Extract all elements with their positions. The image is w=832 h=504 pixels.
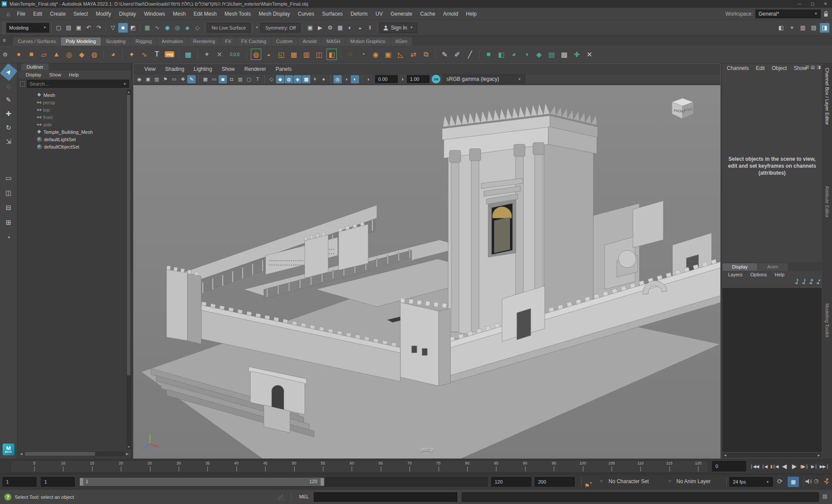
fps-dropdown[interactable]: 24 fps▼ xyxy=(729,477,773,487)
step-back-frame-button[interactable]: ❘◀ xyxy=(759,461,769,472)
shelf-tab-curves-surfaces[interactable]: Curves / Surfaces xyxy=(13,37,60,46)
standard-surface-material-icon[interactable]: ■ xyxy=(483,48,494,60)
poly-pyramid-icon[interactable]: ◆ xyxy=(76,48,87,60)
select-tool[interactable]: ➤ xyxy=(0,63,17,81)
current-frame-field[interactable]: 0 xyxy=(712,461,746,471)
text-tool-icon[interactable]: T xyxy=(151,48,163,60)
textured-icon[interactable]: ◍ xyxy=(285,75,293,83)
shelf-tab-poly-modeling[interactable]: Poly Modeling xyxy=(61,37,100,46)
play-forwards-button[interactable]: ▶ xyxy=(789,461,799,472)
rotate-tool[interactable]: ↻ xyxy=(2,122,15,134)
script-editor-icon[interactable]: ▤ xyxy=(822,493,827,499)
merge-vertices-icon[interactable]: ▦ xyxy=(288,48,300,60)
layer-tab-display[interactable]: Display xyxy=(722,263,757,271)
outliner-item-defaultlightset[interactable]: defaultLightSet xyxy=(18,136,126,143)
shelf-tab-sculpting[interactable]: Sculpting xyxy=(101,37,130,46)
make-live-icon[interactable]: ◈ xyxy=(183,23,192,33)
go-to-start-button[interactable]: ❘◀◀ xyxy=(749,461,759,472)
outliner-item-front[interactable]: ■◀front xyxy=(18,113,126,121)
boolean-icon[interactable]: ◱ xyxy=(276,48,287,60)
extrude-icon[interactable]: ⧉ xyxy=(420,48,432,60)
layout-four-panes-button[interactable]: ⊞ xyxy=(2,216,15,229)
viewport-canvas[interactable]: FRONT RIGHT persp xyxy=(133,85,720,458)
channel-menu-channels[interactable]: Channels xyxy=(723,65,752,71)
outliner-item-persp[interactable]: ■◀persp xyxy=(18,99,126,106)
chevron-down-icon[interactable]: ▼ xyxy=(123,82,126,86)
animation-end-field[interactable]: 200 xyxy=(535,477,575,487)
menu-mesh[interactable]: Mesh xyxy=(169,8,190,20)
save-scene-button[interactable]: ▣ xyxy=(74,23,83,33)
mirror-icon[interactable]: ◫ xyxy=(313,48,325,60)
outliner-menu-display[interactable]: Display xyxy=(22,72,45,77)
go-to-end-button[interactable]: ▶▶❘ xyxy=(819,461,829,472)
menu-help[interactable]: Help xyxy=(462,8,481,20)
symmetry-field[interactable]: Symmetry: Off xyxy=(260,23,300,33)
bookmark-view-icon[interactable]: ⚑ xyxy=(161,75,170,83)
color-management-toggle[interactable]: ON xyxy=(432,75,440,83)
shelf-tab-animation[interactable]: Animation xyxy=(157,37,188,46)
viewport-panel[interactable]: ViewShadingLightingShowRendererPanels ◉▣… xyxy=(133,63,721,459)
menu-file[interactable]: File xyxy=(13,8,29,20)
evaluation-icon[interactable] xyxy=(823,478,829,485)
grid-toggle-icon[interactable]: ▦ xyxy=(201,75,210,83)
menu-deform[interactable]: Deform xyxy=(346,8,371,20)
component-mode-icon[interactable]: ◩ xyxy=(128,23,138,33)
viewport-menu-show[interactable]: Show xyxy=(217,66,240,72)
shelf-tab-rigging[interactable]: Rigging xyxy=(131,37,156,46)
shelf-gear-icon[interactable]: ⚙ xyxy=(3,51,8,58)
range-start-handle[interactable] xyxy=(80,478,83,486)
mel-label[interactable]: MEL xyxy=(299,494,309,499)
reset-transform-icon[interactable]: ✕ xyxy=(214,48,225,60)
shelf-menu-icon[interactable]: ≡ xyxy=(3,37,6,43)
ai-standard-material-icon[interactable]: ◆ xyxy=(533,48,545,60)
snap-to-curve-icon[interactable]: ∿ xyxy=(153,23,162,33)
delete-unused-materials-icon[interactable]: ✕ xyxy=(584,48,595,60)
new-scene-button[interactable]: ▢ xyxy=(54,23,63,33)
shadows-icon[interactable]: ● xyxy=(319,75,328,83)
quad-draw-icon[interactable]: ✐ xyxy=(452,48,463,60)
shelf-tab-custom[interactable]: Custom xyxy=(271,37,297,46)
viewport-menu-lighting[interactable]: Lighting xyxy=(189,66,217,72)
lock-camera-icon[interactable]: ▣ xyxy=(144,75,152,83)
humanik-toggle-icon[interactable]: ⌖ xyxy=(787,23,797,33)
quadrangulate-icon[interactable]: ▣ xyxy=(383,48,394,60)
render-settings-icon[interactable]: ⚙ xyxy=(325,23,335,33)
menu-display[interactable]: Display xyxy=(115,8,140,20)
help-icon[interactable]: ? xyxy=(4,494,11,501)
range-end-handle[interactable] xyxy=(320,478,324,486)
shelf-tab-mash[interactable]: MASH xyxy=(322,37,345,46)
layer-tab-anim[interactable]: Anim xyxy=(758,263,788,271)
viewport-menu-shading[interactable]: Shading xyxy=(160,66,189,72)
menu-arnold[interactable]: Arnold xyxy=(439,8,462,20)
animation-start-field[interactable]: 1 xyxy=(3,477,37,487)
reduce-icon[interactable]: ◔ xyxy=(357,48,369,60)
outliner-item-side[interactable]: ■◀side xyxy=(18,121,126,128)
scroll-left-icon[interactable]: ◀ xyxy=(19,451,24,456)
move-layer-down-icon[interactable]: ◂⬇ xyxy=(802,279,805,286)
film-gate-icon[interactable]: ▭ xyxy=(210,75,218,83)
step-back-key-button[interactable]: ▮❘◀ xyxy=(769,461,779,472)
flip-normals-icon[interactable]: ⇄ xyxy=(408,48,419,60)
scale-tool[interactable]: ⇲ xyxy=(2,136,15,148)
minimize-button[interactable]: — xyxy=(793,0,806,8)
snap-align-icon[interactable]: ◇ xyxy=(193,23,202,33)
tab-channel-box[interactable]: Channel Box / Layer Editor xyxy=(825,68,830,125)
playback-end-field[interactable]: 120 xyxy=(491,477,531,487)
phong-material-icon[interactable]: ◑ xyxy=(521,48,532,60)
channel-box-toggle-icon[interactable]: ▥ xyxy=(798,23,808,33)
snap-to-point-icon[interactable]: ◉ xyxy=(163,23,172,33)
ipr-render-icon[interactable]: ▶ xyxy=(315,23,325,33)
time-slider[interactable]: 5101520253035404550556065707580859095100… xyxy=(10,460,709,473)
tab-attribute-editor[interactable]: Attribute Editor xyxy=(825,186,830,218)
tool-settings-toggle-icon[interactable]: ◨ xyxy=(820,23,829,33)
ambient-occlusion-icon[interactable]: ◐ xyxy=(351,75,359,83)
layout-single-pane-button[interactable]: ▭ xyxy=(2,172,15,184)
sign-in-button[interactable]: Sign In ▼ xyxy=(379,23,417,33)
image-plane-icon[interactable]: ▭ xyxy=(170,75,178,83)
viewport-menu-renderer[interactable]: Renderer xyxy=(240,66,271,72)
modeling-toolkit-toggle-icon[interactable]: ◧ xyxy=(776,23,786,33)
layout-two-panes-side-button[interactable]: ◫ xyxy=(2,187,15,199)
light-editor-icon[interactable]: ◐ xyxy=(345,23,355,33)
curve-star-icon[interactable]: ✦ xyxy=(126,48,137,60)
playback-loop-icon[interactable]: ⟳ xyxy=(777,477,783,485)
